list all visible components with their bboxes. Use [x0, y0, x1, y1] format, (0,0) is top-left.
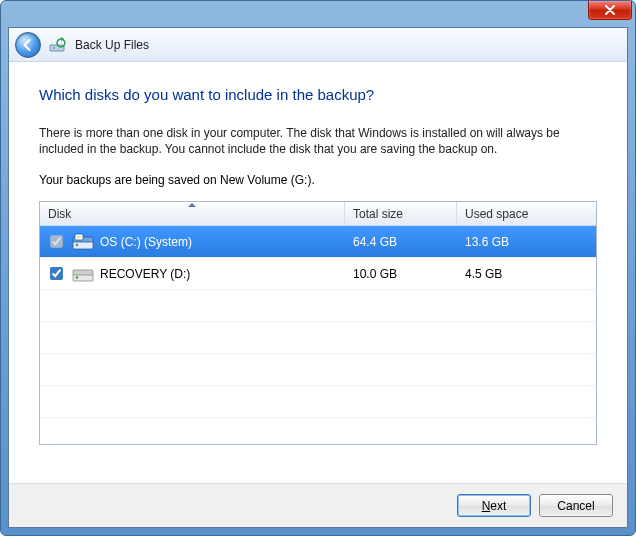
grid-header: Disk Total size Used space	[40, 202, 596, 226]
column-header-disk[interactable]: Disk	[40, 202, 345, 225]
wizard-window: Back Up Files Which disks do you want to…	[0, 0, 636, 536]
disk-total: 10.0 GB	[345, 267, 457, 281]
empty-row	[40, 418, 596, 444]
empty-row	[40, 354, 596, 386]
column-header-total-label: Total size	[353, 207, 403, 221]
back-arrow-icon	[21, 38, 35, 52]
disk-checkbox	[50, 235, 63, 248]
page-heading: Which disks do you want to include in th…	[39, 86, 597, 103]
disk-row[interactable]: RECOVERY (D:) 10.0 GB 4.5 GB	[40, 258, 596, 290]
close-icon	[604, 5, 616, 15]
disk-row[interactable]: OS (C:) (System) 64.4 GB 13.6 GB	[40, 226, 596, 258]
empty-row	[40, 386, 596, 418]
cancel-button-label: Cancel	[557, 499, 594, 513]
titlebar	[588, 1, 632, 25]
column-header-total[interactable]: Total size	[345, 202, 457, 225]
sort-ascending-icon	[188, 203, 196, 207]
next-button[interactable]: Next	[457, 494, 531, 517]
back-button[interactable]	[15, 32, 41, 58]
svg-point-4	[76, 244, 78, 246]
footer: Next Cancel	[9, 483, 627, 527]
drive-icon	[72, 265, 94, 283]
disk-used: 4.5 GB	[457, 267, 596, 281]
disk-total: 64.4 GB	[345, 235, 457, 249]
grid-body: OS (C:) (System) 64.4 GB 13.6 GB	[40, 226, 596, 444]
svg-rect-0	[50, 45, 64, 51]
saved-on-text: Your backups are being saved on New Volu…	[39, 173, 597, 187]
nav-bar: Back Up Files	[9, 28, 627, 62]
svg-point-1	[53, 47, 55, 49]
empty-row	[40, 290, 596, 322]
cancel-button[interactable]: Cancel	[539, 494, 613, 517]
backup-files-icon	[49, 36, 67, 54]
content-pane: Which disks do you want to include in th…	[9, 62, 627, 483]
close-button[interactable]	[588, 1, 632, 20]
svg-point-9	[76, 276, 78, 278]
disk-name: RECOVERY (D:)	[100, 267, 190, 281]
svg-rect-8	[73, 270, 93, 275]
column-header-used[interactable]: Used space	[457, 202, 596, 225]
page-description: There is more than one disk in your comp…	[39, 125, 597, 157]
nav-title: Back Up Files	[75, 38, 149, 52]
drive-icon	[72, 233, 94, 251]
svg-rect-6	[77, 236, 81, 238]
disk-checkbox[interactable]	[50, 267, 63, 280]
disk-name: OS (C:) (System)	[100, 235, 192, 249]
next-button-label: Next	[482, 499, 507, 513]
column-header-used-label: Used space	[465, 207, 528, 221]
empty-row	[40, 322, 596, 354]
disk-used: 13.6 GB	[457, 235, 596, 249]
column-header-disk-label: Disk	[48, 207, 71, 221]
disk-grid: Disk Total size Used space	[39, 201, 597, 445]
client-area: Back Up Files Which disks do you want to…	[8, 27, 628, 528]
